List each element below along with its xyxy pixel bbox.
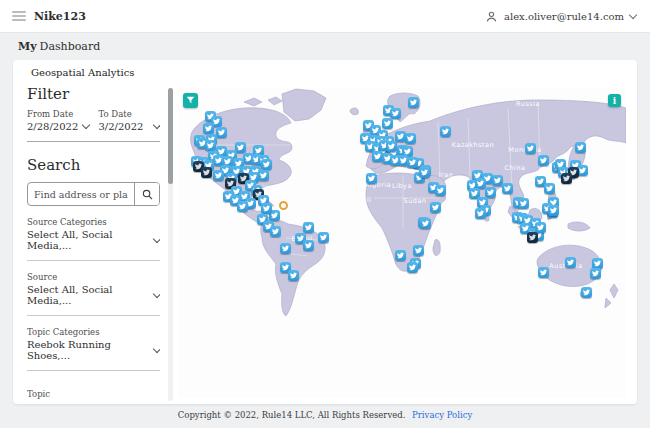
- topic-categories-select[interactable]: Topic Categories Reebok Running Shoes,..…: [27, 327, 160, 371]
- map-marker-twitter[interactable]: [575, 142, 586, 153]
- divider: [27, 370, 160, 371]
- to-date-label: To Date: [99, 109, 161, 119]
- funnel-icon: [186, 96, 195, 105]
- map-marker-twitter[interactable]: [318, 232, 329, 243]
- source-categories-value: Select All, Social Media,...: [27, 229, 154, 251]
- privacy-policy-link[interactable]: Privacy Policy: [412, 410, 472, 420]
- map-marker-twitter[interactable]: [303, 240, 314, 251]
- map-marker-twitter[interactable]: [518, 198, 529, 209]
- search-heading: Search: [27, 156, 160, 174]
- country-label: Iran: [439, 171, 454, 179]
- country-label: Libya: [392, 182, 412, 190]
- map-info-button[interactable]: i: [608, 94, 621, 107]
- map-marker-twitter[interactable]: [435, 185, 446, 196]
- source-select[interactable]: Source Select All, Social Media,...: [27, 272, 160, 316]
- map-marker-twitter[interactable]: [258, 170, 269, 181]
- chevron-down-icon: [153, 121, 160, 129]
- map-marker-twitter[interactable]: [395, 131, 406, 142]
- map-marker-twitter[interactable]: [366, 173, 377, 184]
- page-footer: Copyright © 2022, Rule14 LLC, All Rights…: [0, 410, 650, 420]
- geospatial-map[interactable]: i CanadaRussiaKazakhstanMongoliaChinaIra…: [178, 88, 626, 398]
- topic-categories-value: Reebok Running Shoes,...: [27, 339, 154, 361]
- country-label: Russia: [516, 100, 540, 108]
- to-date-value: 3/2/2022: [99, 121, 144, 132]
- map-marker-twitter[interactable]: [440, 126, 451, 137]
- page-title: Dashboard: [40, 40, 101, 53]
- map-marker-twitter[interactable]: [382, 118, 393, 129]
- map-marker-twitter[interactable]: [408, 97, 419, 108]
- map-marker-twitter[interactable]: [535, 222, 546, 233]
- sidebar-scrollbar[interactable]: [168, 88, 173, 401]
- user-icon: [485, 10, 498, 23]
- filter-heading: Filter: [27, 85, 160, 103]
- map-marker-twitter[interactable]: [538, 267, 549, 278]
- map-marker-twitter[interactable]: [430, 202, 441, 213]
- map-marker-web[interactable]: [279, 201, 288, 210]
- map-marker-twitter[interactable]: [303, 222, 314, 233]
- map-marker-twitter[interactable]: [407, 262, 418, 273]
- map-filter-button[interactable]: [183, 93, 198, 108]
- source-categories-select[interactable]: Source Categories Select All, Social Med…: [27, 217, 160, 261]
- map-marker-twitter[interactable]: [261, 203, 272, 214]
- topic-label: Topic: [27, 389, 160, 399]
- map-marker-twitter[interactable]: [502, 183, 513, 194]
- scrollbar-thumb[interactable]: [168, 88, 173, 184]
- country-label: Sudan: [404, 197, 427, 205]
- search-icon: [142, 189, 153, 200]
- map-marker-twitter[interactable]: [237, 201, 248, 212]
- divider: [27, 315, 160, 316]
- map-marker-twitter[interactable]: [413, 245, 424, 256]
- source-value: Select All, Social Media,...: [27, 284, 154, 306]
- breadcrumb-prefix: My: [18, 40, 37, 53]
- widget-title: Geospatial Analytics: [31, 67, 134, 78]
- divider: [27, 260, 160, 261]
- map-marker-twitter[interactable]: [475, 208, 486, 219]
- map-marker-twitter[interactable]: [420, 218, 431, 229]
- source-categories-label: Source Categories: [27, 217, 160, 227]
- map-marker-twitter[interactable]: [280, 243, 291, 254]
- map-marker-twitter[interactable]: [270, 226, 281, 237]
- dashboard-card: Geospatial Analytics Filter From Date 2/…: [13, 60, 637, 404]
- map-marker-twitter[interactable]: [548, 205, 559, 216]
- search-button[interactable]: [134, 183, 159, 205]
- map-marker-twitter[interactable]: [407, 157, 418, 168]
- map-marker-twitter[interactable]: [203, 123, 214, 134]
- map-marker-twitter[interactable]: [261, 159, 272, 170]
- map-marker-twitter[interactable]: [538, 155, 549, 166]
- country-label: China: [504, 164, 525, 172]
- breadcrumb: MyDashboard: [18, 40, 100, 53]
- map-marker-twitter[interactable]: [590, 268, 601, 279]
- topic-categories-label: Topic Categories: [27, 327, 160, 337]
- user-email: alex.oliver@rule14.com: [504, 11, 624, 22]
- map-marker-twitter[interactable]: [288, 270, 299, 281]
- user-menu[interactable]: alex.oliver@rule14.com: [485, 10, 636, 23]
- map-marker-twitter[interactable]: [395, 250, 406, 261]
- map-marker-twitter[interactable]: [390, 108, 401, 119]
- map-marker-twitter[interactable]: [565, 257, 576, 268]
- to-date-select[interactable]: To Date 3/2/2022: [99, 109, 161, 132]
- map-marker-twitter[interactable]: [419, 167, 430, 178]
- map-marker-twitter[interactable]: [201, 167, 212, 178]
- topic-select[interactable]: Topic Select All, Zig Dynamica,...: [27, 389, 160, 401]
- app-header: Nike123 alex.oliver@rule14.com: [0, 0, 650, 33]
- menu-icon[interactable]: [12, 11, 26, 21]
- map-marker-twitter[interactable]: [216, 127, 227, 138]
- map-marker-twitter[interactable]: [544, 183, 555, 194]
- map-marker-twitter[interactable]: [386, 141, 397, 152]
- from-date-select[interactable]: From Date 2/28/2022: [27, 109, 89, 132]
- map-marker-twitter[interactable]: [581, 287, 592, 298]
- from-date-label: From Date: [27, 109, 89, 119]
- search-input[interactable]: [28, 183, 134, 205]
- map-marker-twitter[interactable]: [405, 133, 416, 144]
- country-label: Mali: [356, 196, 371, 204]
- map-marker-twitter[interactable]: [525, 143, 536, 154]
- map-marker-twitter[interactable]: [205, 140, 216, 151]
- filter-panel: Filter From Date 2/28/2022 To Date 3/2/2…: [27, 85, 160, 401]
- copyright-text: Copyright © 2022, Rule14 LLC, All Rights…: [178, 410, 406, 420]
- map-marker-twitter[interactable]: [527, 232, 538, 243]
- chevron-down-icon: [629, 10, 637, 18]
- map-marker-twitter[interactable]: [485, 187, 496, 198]
- map-marker-twitter[interactable]: [561, 173, 572, 184]
- map-marker-twitter[interactable]: [213, 170, 224, 181]
- source-label: Source: [27, 272, 160, 282]
